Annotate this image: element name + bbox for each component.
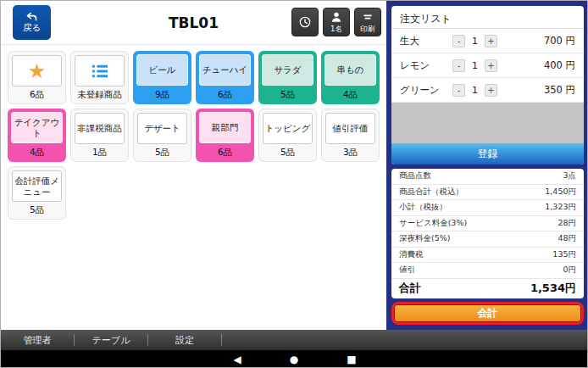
total-label: 合計 — [399, 281, 421, 296]
category-label: 会計評価メニュー — [12, 170, 62, 202]
guest-count-label: 1名 — [330, 25, 342, 33]
category-label: 串もの — [325, 54, 376, 86]
summary-value: 135円 — [552, 249, 576, 260]
category-label: ビール — [136, 54, 188, 86]
plus-button[interactable]: + — [485, 59, 497, 72]
order-item-row: レモン - 1 + 400 円 — [391, 53, 584, 78]
menu-divider — [221, 334, 222, 346]
summary-row: 消費税 135円 — [391, 248, 584, 264]
category-button-unregistered[interactable]: 未登録商品 — [70, 51, 129, 104]
history-button[interactable] — [291, 8, 319, 36]
nav-recents-icon[interactable]: ■ — [347, 354, 356, 365]
order-item-price: 400 円 — [497, 59, 575, 72]
category-grid: ★ 6品 未登録商品 ビール 9品 チューハイ 6品 — [1, 45, 386, 330]
total-row: 合計 1,534円 — [391, 279, 584, 299]
summary-row: サービス料金(3%) 28円 — [391, 216, 584, 232]
summary-row: 深夜料金(5%) 48円 — [391, 231, 584, 248]
category-label: デザート — [137, 113, 187, 144]
summary-label: 商品点数 — [399, 170, 431, 181]
summary-value: 0円 — [563, 265, 576, 276]
print-lines-icon — [361, 11, 374, 25]
category-count: 5品 — [134, 144, 191, 161]
clock-icon — [298, 15, 312, 29]
summary-label: サービス料金(3%) — [399, 218, 467, 229]
category-button-kushimono[interactable]: 串もの 4品 — [321, 51, 380, 104]
summary-label: 消費税 — [399, 249, 424, 260]
person-icon — [330, 11, 343, 25]
nav-home-icon[interactable]: ● — [290, 354, 298, 365]
category-button-parent-dept[interactable]: 親部門 6品 — [196, 109, 254, 162]
category-label: サラダ — [262, 54, 313, 86]
order-item-price: 350 円 — [497, 84, 575, 97]
category-button-chuhai[interactable]: チューハイ 6品 — [196, 51, 254, 104]
category-button-dessert[interactable]: デザート 5品 — [133, 109, 191, 162]
order-list-card: 注文リスト 生大 - 1 + 700 円 レモン - 1 + 400 円 — [391, 6, 584, 164]
print-button-label: 印刷 — [361, 25, 375, 33]
order-item-name: レモン — [400, 59, 452, 72]
menu-item-table[interactable]: テーブル — [75, 330, 147, 350]
summary-row: 商品合計（税込） 1,450円 — [391, 185, 584, 201]
order-list-empty-area — [391, 103, 584, 143]
plus-button[interactable]: + — [485, 84, 497, 97]
order-item-qty: 1 — [472, 60, 478, 71]
category-label: テイクアウト — [11, 112, 63, 143]
category-count: 5品 — [8, 202, 65, 219]
order-item-name: グリーン — [400, 84, 452, 97]
summary-value: 1,450円 — [545, 187, 576, 198]
category-label: トッピング — [263, 113, 313, 144]
category-label: 親部門 — [199, 112, 251, 143]
category-label: チューハイ — [199, 54, 251, 86]
category-count: 4品 — [321, 86, 380, 104]
order-item-price: 700 円 — [497, 35, 575, 47]
summary-row: 小計（税抜） 1,323円 — [391, 200, 584, 216]
category-count: 9品 — [133, 86, 191, 104]
category-count: 4品 — [8, 143, 66, 162]
checkout-button[interactable]: 会計 — [395, 305, 580, 321]
category-button-salad[interactable]: サラダ 5品 — [258, 51, 317, 104]
menu-item-settings[interactable]: 設定 — [148, 330, 221, 350]
category-button-favorites[interactable]: ★ 6品 — [8, 51, 66, 104]
print-button[interactable]: 印刷 — [354, 8, 381, 36]
summary-card: 商品点数 3点 商品合計（税込） 1,450円 小計（税抜） 1,323円 サー… — [391, 169, 584, 298]
android-nav-bar: ◀ ● ■ — [1, 350, 588, 368]
category-button-topping[interactable]: トッピング 5品 — [258, 109, 317, 162]
summary-label: 小計（税抜） — [399, 202, 447, 213]
summary-label: 深夜料金(5%) — [399, 233, 450, 244]
header-bar: 戻る TBL01 1名 印刷 — [1, 1, 386, 45]
category-count: 5品 — [259, 144, 316, 161]
minus-button[interactable]: - — [452, 35, 465, 47]
summary-row: 商品点数 3点 — [391, 169, 584, 185]
category-count: 5品 — [258, 86, 317, 104]
list-icon — [91, 64, 109, 79]
category-button-takeout[interactable]: テイクアウト 4品 — [8, 109, 66, 162]
summary-value: 28円 — [557, 218, 576, 229]
register-button[interactable]: 登録 — [391, 143, 584, 164]
category-button-tax-free[interactable]: 非課税商品 1品 — [70, 109, 129, 162]
order-list-title: 注文リスト — [391, 6, 584, 29]
order-item-qty: 1 — [472, 85, 478, 96]
summary-value: 1,323円 — [545, 202, 576, 213]
star-icon: ★ — [28, 61, 47, 81]
plus-button[interactable]: + — [485, 35, 497, 47]
minus-button[interactable]: - — [452, 59, 465, 72]
category-button-discount-eval[interactable]: 値引評価 3品 — [321, 109, 380, 162]
summary-value: 48円 — [557, 233, 576, 244]
total-value: 1,534円 — [530, 281, 576, 296]
category-button-accounting-eval-menu[interactable]: 会計評価メニュー 5品 — [8, 166, 66, 220]
order-item-row: 生大 - 1 + 700 円 — [391, 29, 584, 53]
summary-label: 商品合計（税込） — [399, 187, 463, 198]
pos-screen: 戻る TBL01 1名 印刷 — [0, 0, 588, 368]
minus-button[interactable]: - — [452, 84, 465, 97]
guest-count-button[interactable]: 1名 — [323, 8, 350, 36]
footer-menu-bar: 管理者 テーブル 設定 — [1, 330, 588, 350]
order-item-row: グリーン - 1 + 350 円 — [391, 78, 584, 103]
summary-value: 3点 — [563, 170, 576, 181]
category-count: 6品 — [196, 143, 254, 162]
nav-back-icon[interactable]: ◀ — [233, 354, 241, 365]
summary-label: 値引 — [399, 265, 415, 276]
summary-row: 値引 0円 — [391, 263, 584, 279]
menu-item-admin[interactable]: 管理者 — [1, 330, 74, 350]
category-button-beer[interactable]: ビール 9品 — [133, 51, 191, 104]
category-count: 1品 — [71, 144, 128, 161]
category-label: 非課税商品 — [75, 113, 125, 144]
